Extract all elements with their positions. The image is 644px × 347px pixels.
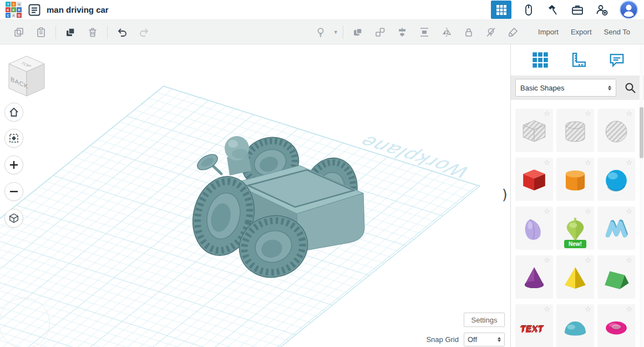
send-to-button[interactable]: Send To (598, 24, 636, 39)
shape-tile-torus[interactable]: ☆ (597, 304, 635, 347)
briefcase-icon[interactable] (570, 3, 585, 17)
material-brush-icon[interactable] (505, 24, 521, 41)
favorite-star-icon[interactable]: ☆ (544, 159, 550, 166)
favorite-star-icon[interactable]: ☆ (626, 159, 632, 166)
zoom-out-button[interactable] (4, 182, 23, 201)
zoom-in-button[interactable] (4, 155, 23, 174)
shape-tile-half-sphere[interactable]: ☆ (556, 304, 594, 347)
shape-tile-box[interactable]: ☆ (515, 158, 553, 201)
import-button[interactable]: Import (532, 24, 565, 39)
shape-tile-sphere[interactable]: ☆ (597, 158, 635, 201)
shape-tile-cylinder-hole[interactable]: ☆ (556, 109, 594, 152)
perspective-toggle-button[interactable] (4, 209, 23, 228)
select-caret-icon (498, 337, 501, 342)
designs-list-icon[interactable] (27, 3, 41, 17)
logo-square: I (11, 2, 16, 7)
shape-tile-roof[interactable]: ☆ (597, 255, 635, 299)
svg-text:TEXT: TEXT (519, 324, 543, 334)
undo-icon[interactable] (114, 24, 130, 41)
distribute-icon[interactable] (416, 24, 433, 41)
toolbar: ▼ (0, 20, 644, 44)
ruler-helper-icon[interactable] (568, 49, 589, 71)
top-bar: TINKERCAD man driving car (0, 0, 644, 20)
favorite-star-icon[interactable]: ☆ (585, 208, 591, 215)
shape-category-select[interactable]: Basic Shapes (515, 79, 616, 97)
mouse-icon[interactable] (521, 3, 536, 17)
favorite-star-icon[interactable]: ☆ (626, 305, 632, 313)
logo-square: T (6, 2, 11, 7)
helpers-row (511, 44, 644, 76)
logo-square: E (11, 7, 16, 12)
snap-grid-label: Snap Grid (426, 335, 459, 344)
export-button[interactable]: Export (565, 24, 598, 39)
show-all-icon[interactable] (312, 24, 329, 41)
logo-square: A (11, 13, 16, 18)
apps-grid-icon[interactable] (491, 1, 511, 19)
3d-viewport[interactable]: Workplane (0, 44, 510, 347)
favorite-star-icon[interactable]: ☆ (585, 110, 591, 117)
ungroup-icon[interactable] (372, 24, 388, 41)
favorite-star-icon[interactable]: ☆ (585, 257, 591, 264)
favorite-star-icon[interactable]: ☆ (585, 159, 591, 166)
show-dropdown-caret-icon[interactable]: ▼ (332, 24, 339, 41)
scrollbar[interactable] (640, 44, 643, 347)
select-caret-icon (608, 86, 611, 90)
logo-square: C (6, 13, 11, 18)
favorite-star-icon[interactable]: ☆ (626, 110, 632, 117)
shapes-panel: Basic Shapes ☆☆☆☆☆☆☆☆New!☆☆☆☆☆TEXTTEXT☆☆ (510, 44, 644, 347)
favorite-star-icon[interactable]: ☆ (544, 257, 550, 264)
tinkercad-logo[interactable]: TINKERCAD (6, 2, 22, 18)
favorite-star-icon[interactable]: ☆ (626, 257, 632, 264)
shape-tile-pyramid[interactable]: ☆ (556, 255, 594, 299)
shape-tile-text[interactable]: ☆TEXTTEXT (515, 304, 553, 347)
favorite-star-icon[interactable]: ☆ (544, 208, 550, 215)
shape-tile-cylinder[interactable]: ☆ (556, 158, 594, 201)
shape-tile-top[interactable]: ☆New! (556, 207, 594, 250)
shape-tile-scribble[interactable]: ☆ (597, 207, 635, 250)
home-view-button[interactable] (4, 103, 23, 122)
flip-icon[interactable] (438, 24, 455, 41)
design-title: man driving car (47, 5, 109, 14)
redo-icon[interactable] (136, 24, 153, 41)
logo-square: K (6, 7, 11, 12)
logo-square: N (17, 2, 22, 7)
toolbar-divider (343, 26, 343, 39)
workplane-scene[interactable]: Workplane (0, 44, 510, 347)
toolbar-divider (55, 26, 56, 39)
favorite-star-icon[interactable]: ☆ (544, 305, 550, 313)
view-cube[interactable]: TOP BACK (4, 50, 50, 101)
panel-collapse-icon[interactable]: ) (500, 183, 509, 205)
category-bar: Basic Shapes (511, 76, 644, 100)
avatar[interactable] (619, 0, 638, 19)
paste-icon[interactable] (33, 24, 49, 41)
fit-view-button[interactable] (4, 129, 23, 148)
new-badge: New! (564, 240, 586, 248)
workplane-helper-icon[interactable] (530, 49, 551, 71)
snap-grid-select[interactable]: Off (464, 333, 505, 346)
copy-icon[interactable] (11, 24, 27, 41)
orbit-ring[interactable] (0, 298, 50, 347)
duplicate-icon[interactable] (62, 24, 79, 41)
group-icon[interactable] (349, 24, 366, 41)
logo-square: D (17, 13, 22, 18)
hide-icon[interactable] (483, 24, 499, 41)
settings-button[interactable]: Settings (464, 313, 505, 327)
shapes-grid: ☆☆☆☆☆☆☆☆New!☆☆☆☆☆TEXTTEXT☆☆ (511, 100, 640, 347)
scrollbar-thumb[interactable] (640, 107, 643, 158)
align-icon[interactable] (394, 24, 410, 41)
favorite-star-icon[interactable]: ☆ (544, 110, 550, 117)
logo-square: R (17, 7, 22, 12)
hammer-icon[interactable] (546, 3, 560, 17)
shape-tile-box-hole[interactable]: ☆ (515, 109, 553, 152)
favorite-star-icon[interactable]: ☆ (585, 305, 591, 313)
toolbar-divider (107, 26, 108, 39)
shape-tile-sphere-hole[interactable]: ☆ (597, 109, 635, 152)
lock-icon[interactable] (460, 24, 477, 41)
shape-tile-paraboloid[interactable]: ☆ (515, 207, 553, 250)
search-icon[interactable] (621, 78, 640, 97)
invite-icon[interactable] (595, 3, 609, 17)
notes-helper-icon[interactable] (606, 49, 627, 71)
favorite-star-icon[interactable]: ☆ (626, 208, 632, 215)
shape-tile-cone[interactable]: ☆ (515, 255, 553, 299)
delete-icon[interactable] (84, 24, 101, 41)
